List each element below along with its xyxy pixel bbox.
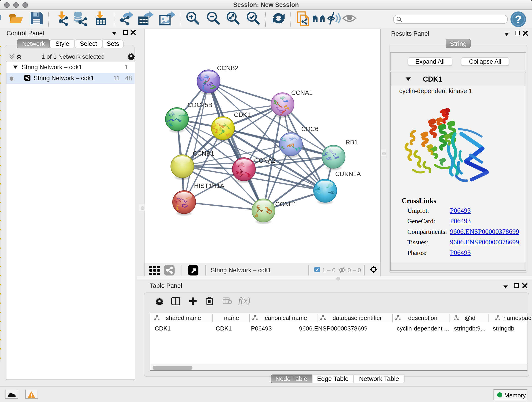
svg-text:CDKN1A: CDKN1A <box>335 170 361 177</box>
svg-text:?: ? <box>515 13 521 26</box>
svg-text:CDC25B: CDC25B <box>187 101 212 108</box>
svg-text:CCNB2: CCNB2 <box>217 64 238 71</box>
svg-text:CCNE1: CCNE1 <box>275 200 297 207</box>
svg-text:CCNA2: CCNA2 <box>254 157 275 164</box>
svg-text:CCNA1: CCNA1 <box>291 89 312 96</box>
svg-text:CCNB1: CCNB1 <box>192 150 214 157</box>
svg-text:CDK1: CDK1 <box>234 111 251 118</box>
svg-text:RB1: RB1 <box>345 138 358 146</box>
svg-text:CDC6: CDC6 <box>301 125 318 132</box>
svg-text:HIST1H1A: HIST1H1A <box>194 182 224 189</box>
